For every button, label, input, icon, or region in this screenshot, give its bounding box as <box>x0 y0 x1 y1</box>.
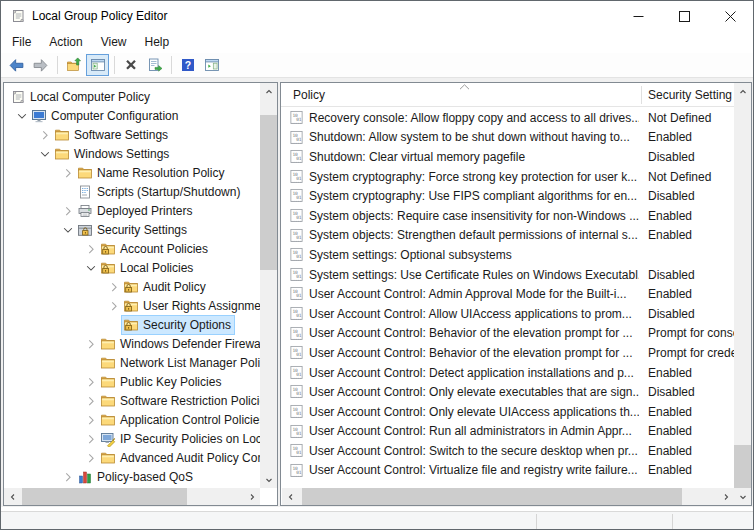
chevron-right-icon[interactable] <box>60 165 75 180</box>
policy-row[interactable]: 1001Shutdown: Allow system to be shut do… <box>281 128 734 148</box>
export-list-button[interactable] <box>143 54 166 76</box>
tree-item-security-options[interactable]: Security Options <box>4 315 260 334</box>
tree-item-ip-security-policies-on-local-co[interactable]: IP Security Policies on Local Co <box>4 429 260 448</box>
policy-row[interactable]: 1001User Account Control: Virtualize fil… <box>281 461 734 481</box>
tree-item-computer-configuration[interactable]: Computer Configuration <box>4 106 260 125</box>
chevron-down-icon[interactable] <box>14 108 29 123</box>
tree-item-audit-policy[interactable]: Audit Policy <box>4 277 260 296</box>
policy-row[interactable]: 1001User Account Control: Run all admini… <box>281 422 734 442</box>
policy-row[interactable]: 1001User Account Control: Only elevate e… <box>281 382 734 402</box>
menu-file[interactable]: File <box>3 32 40 52</box>
scroll-right-arrow-icon[interactable] <box>243 488 260 505</box>
policy-row[interactable]: 1001System cryptography: Force strong ke… <box>281 167 734 187</box>
tree-item-public-key-policies[interactable]: Public Key Policies <box>4 372 260 391</box>
tree-item-scripts-startup-shutdown[interactable]: Scripts (Startup/Shutdown) <box>4 182 260 201</box>
policy-row[interactable]: 1001System objects: Strengthen default p… <box>281 226 734 246</box>
policy-row[interactable]: 1001System settings: Use Certificate Rul… <box>281 265 734 285</box>
list-vscroll-thumb[interactable] <box>734 445 751 488</box>
maximize-button[interactable] <box>661 1 707 31</box>
tree-item-policy-based-qos[interactable]: Policy-based QoS <box>4 467 260 486</box>
tree-item-local-computer-policy[interactable]: Local Computer Policy <box>4 87 260 106</box>
tree-item-software-settings[interactable]: Software Settings <box>4 125 260 144</box>
policy-row[interactable]: 1001User Account Control: Admin Approval… <box>281 284 734 304</box>
chevron-right-icon[interactable] <box>106 279 121 294</box>
list-header: Policy Security Setting <box>281 83 734 107</box>
tree-item-deployed-printers[interactable]: Deployed Printers <box>4 201 260 220</box>
tree-vertical-scrollbar[interactable] <box>260 83 277 488</box>
policy-row[interactable]: 1001Recovery console: Allow floppy copy … <box>281 108 734 128</box>
policy-row[interactable]: 1001User Account Control: Only elevate U… <box>281 402 734 422</box>
tree-item-windows-defender-firewall-wit[interactable]: Windows Defender Firewall wit <box>4 334 260 353</box>
list-vertical-scrollbar[interactable] <box>734 83 751 505</box>
policy-row[interactable]: 1001User Account Control: Behavior of th… <box>281 324 734 344</box>
menu-help[interactable]: Help <box>136 32 179 52</box>
chart-icon <box>77 469 93 485</box>
scroll-down-arrow-icon[interactable] <box>260 471 277 488</box>
policy-row[interactable]: 1001System cryptography: Use FIPS compli… <box>281 186 734 206</box>
tree-item-network-list-manager-policies[interactable]: Network List Manager Policies <box>4 353 260 372</box>
show-console-tree-button[interactable] <box>86 54 109 76</box>
chevron-right-icon[interactable] <box>106 298 121 313</box>
forward-button[interactable] <box>29 54 52 76</box>
tree-item-advanced-audit-policy-configu[interactable]: Advanced Audit Policy Configu <box>4 448 260 467</box>
policy-row[interactable]: 1001User Account Control: Behavior of th… <box>281 343 734 363</box>
policy-row[interactable]: 1001User Account Control: Switch to the … <box>281 441 734 461</box>
export-list-icon <box>147 57 163 73</box>
show-action-pane-button[interactable] <box>200 54 223 76</box>
scroll-right-arrow-icon[interactable] <box>717 488 734 505</box>
tree-item-security-settings[interactable]: Security Settings <box>4 220 260 239</box>
chevron-right-icon[interactable] <box>60 203 75 218</box>
up-one-level-button[interactable] <box>62 54 85 76</box>
chevron-right-icon[interactable] <box>83 393 98 408</box>
chevron-down-icon[interactable] <box>60 222 75 237</box>
policy-row[interactable]: 1001Shutdown: Clear virtual memory pagef… <box>281 147 734 167</box>
policy-row[interactable]: 1001User Account Control: Detect applica… <box>281 363 734 383</box>
tree-item-label: Policy-based QoS <box>97 470 193 484</box>
tree-item-local-policies[interactable]: Local Policies <box>4 258 260 277</box>
close-button[interactable] <box>707 1 753 31</box>
column-header-policy[interactable]: Policy <box>293 83 325 107</box>
menu-action[interactable]: Action <box>40 32 91 52</box>
policy-row[interactable]: 1001User Account Control: Allow UIAccess… <box>281 304 734 324</box>
chevron-right-icon[interactable] <box>83 374 98 389</box>
tree-item-account-policies[interactable]: Account Policies <box>4 239 260 258</box>
scroll-left-arrow-icon[interactable] <box>282 488 299 505</box>
tree-item-name-resolution-policy[interactable]: Name Resolution Policy <box>4 163 260 182</box>
list-horizontal-scrollbar[interactable] <box>282 488 734 505</box>
menu-view[interactable]: View <box>92 32 136 52</box>
scroll-up-arrow-icon[interactable] <box>734 83 751 100</box>
chevron-right-icon[interactable] <box>83 241 98 256</box>
scroll-left-arrow-icon[interactable] <box>4 488 21 505</box>
policy-name: User Account Control: Only elevate UIAcc… <box>309 405 639 419</box>
toolbar-separator <box>171 56 172 74</box>
chevron-right-icon[interactable] <box>83 412 98 427</box>
chevron-right-icon[interactable] <box>83 450 98 465</box>
chevron-right-icon[interactable] <box>83 431 98 446</box>
list-hscroll-thumb[interactable] <box>302 488 682 505</box>
chevron-down-icon[interactable] <box>37 146 52 161</box>
tree-vscroll-thumb[interactable] <box>260 115 277 270</box>
tree-item-software-restriction-policies[interactable]: Software Restriction Policies <box>4 391 260 410</box>
scroll-down-arrow-icon[interactable] <box>734 488 751 505</box>
minimize-button[interactable] <box>615 1 661 31</box>
tree-item-user-rights-assignment[interactable]: User Rights Assignment <box>4 296 260 315</box>
delete-button[interactable] <box>119 54 142 76</box>
scroll-up-arrow-icon[interactable] <box>260 83 277 100</box>
help-button[interactable]: ? <box>176 54 199 76</box>
chevron-right-icon[interactable] <box>60 469 75 484</box>
chevron-down-icon[interactable] <box>83 260 98 275</box>
chevron-right-icon[interactable] <box>37 127 52 142</box>
chevron-right-icon[interactable] <box>83 336 98 351</box>
tree-hscroll-thumb[interactable] <box>22 488 187 505</box>
policy-doc-icon: 1001 <box>289 188 304 203</box>
column-header-security-setting[interactable]: Security Setting <box>648 83 732 107</box>
tree-item-label: Network List Manager Policies <box>120 356 260 370</box>
folder-lock-icon <box>123 279 139 295</box>
tree-item-application-control-policies[interactable]: Application Control Policies <box>4 410 260 429</box>
policy-row[interactable]: 1001System settings: Optional subsystems <box>281 245 734 265</box>
tree-horizontal-scrollbar[interactable] <box>4 488 260 505</box>
tree-item-windows-settings[interactable]: Windows Settings <box>4 144 260 163</box>
column-divider[interactable] <box>641 86 642 104</box>
policy-row[interactable]: 1001System objects: Require case insensi… <box>281 206 734 226</box>
back-button[interactable] <box>5 54 28 76</box>
